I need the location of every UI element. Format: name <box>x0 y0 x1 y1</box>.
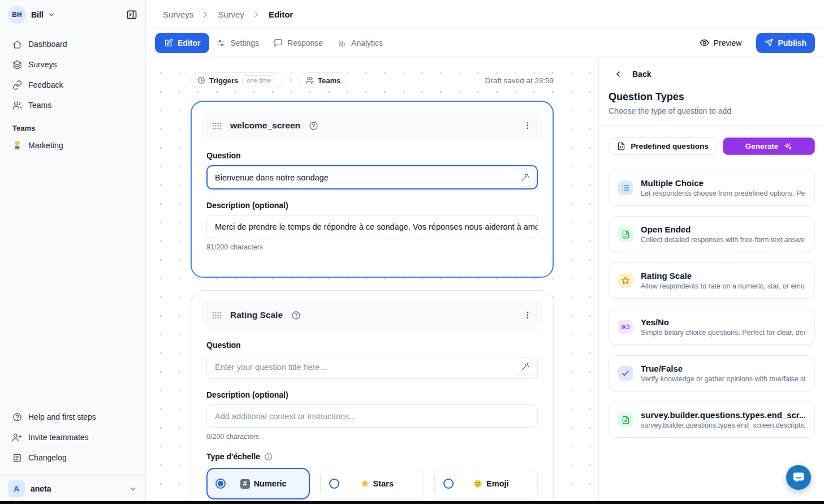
radio-unselected[interactable] <box>443 479 454 489</box>
generate-button[interactable]: Generate <box>723 137 815 155</box>
star-emoji-icon: ★ <box>361 479 369 488</box>
question-type-end-screen[interactable]: survey.builder.questions.types.end_scr..… <box>609 402 815 438</box>
tab-response[interactable]: Response <box>266 33 330 53</box>
sidebar-spacer <box>0 155 145 405</box>
drag-handle-icon[interactable] <box>212 312 222 319</box>
question-type-title: True/False <box>641 364 805 373</box>
question-type-open-ended[interactable]: Open Ended Collect detailed responses wi… <box>609 216 815 252</box>
window-bottom-edge <box>0 501 824 504</box>
teams-chip[interactable]: Teams <box>299 72 347 88</box>
radio-selected[interactable] <box>215 479 226 489</box>
sparkles-icon <box>783 142 792 151</box>
ai-rewrite-button[interactable] <box>516 357 534 376</box>
sidebar-item-label: Invite teammates <box>28 433 89 442</box>
description-input[interactable]: Merci de prendre le temps de répondre à … <box>206 215 538 238</box>
sidebar-item-feedback[interactable]: Feedback <box>7 75 139 94</box>
description-input[interactable]: Add additional context or instructions..… <box>206 404 538 428</box>
question-type-description: Let respondents choose from predefined o… <box>641 189 805 197</box>
scale-option-emoji[interactable]: Emoji <box>434 468 538 499</box>
question-type-title: survey.builder.questions.types.end_scr..… <box>641 410 805 420</box>
draft-status: Draft saved at 23:59 <box>485 76 554 85</box>
workspace-avatar: BH <box>8 6 26 24</box>
back-button[interactable]: Back <box>609 70 815 79</box>
sidebar-item-changelog[interactable]: Changelog <box>7 448 139 467</box>
card-menu-button[interactable] <box>523 311 532 320</box>
account-avatar: A <box>8 480 25 497</box>
question-type-title: Rating Scale <box>641 271 805 281</box>
sidebar-item-help[interactable]: Help and first steps <box>7 407 139 427</box>
info-icon[interactable] <box>264 453 273 461</box>
bar-chart-icon <box>338 38 347 48</box>
changelog-icon <box>12 453 22 463</box>
panel-toggle-icon <box>126 9 137 20</box>
drag-handle-icon[interactable] <box>212 122 222 130</box>
help-circle-icon[interactable] <box>309 121 318 131</box>
triggers-chip[interactable]: Triggers one-time <box>191 72 282 88</box>
check-icon <box>618 366 633 381</box>
scale-option-numeric[interactable]: # Numeric <box>206 468 310 499</box>
sidebar-item-teams[interactable]: Teams <box>7 96 139 115</box>
question-title-input[interactable]: Bienvenue dans notre sondage <box>206 165 538 189</box>
question-card-header[interactable]: Rating Scale <box>201 301 543 329</box>
question-type-description: Allow respondents to rate on a numeric, … <box>641 282 805 290</box>
tab-editor[interactable]: Editor <box>155 33 209 53</box>
sidebar-item-invite[interactable]: Invite teammates <box>7 428 139 447</box>
description-label: Description (optional) <box>206 201 538 210</box>
question-card-welcome-screen[interactable]: welcome_screen Question <box>191 101 554 278</box>
panel-subtitle: Choose the type of question to add <box>609 106 815 115</box>
chevron-right-icon <box>287 76 295 84</box>
question-card-header[interactable]: welcome_screen <box>201 111 543 140</box>
tab-analytics[interactable]: Analytics <box>330 33 390 53</box>
publish-label: Publish <box>778 38 806 48</box>
sidebar-section-teams-title: Teams <box>0 115 145 136</box>
sidebar-item-surveys[interactable]: Surveys <box>7 55 139 74</box>
help-circle-icon <box>12 412 22 422</box>
sidebar-item-team-marketing[interactable]: Marketing <box>7 136 139 155</box>
publish-button[interactable]: Publish <box>756 33 815 53</box>
sidebar: BH Bill Dashboard Surv <box>0 0 146 504</box>
question-type-true-false[interactable]: True/False Verify knowledge or gather op… <box>609 355 815 391</box>
question-card-rating-scale[interactable]: Rating Scale Question <box>191 290 554 504</box>
account-name: aneta <box>31 484 51 493</box>
scale-option-stars[interactable]: ★ Stars <box>320 468 424 499</box>
tab-label: Response <box>287 38 323 48</box>
help-circle-icon[interactable] <box>291 311 301 320</box>
workspace-switcher[interactable]: BH Bill <box>0 0 145 29</box>
tab-settings[interactable]: Settings <box>209 33 266 53</box>
breadcrumb-editor: Editor <box>269 10 293 19</box>
clock-icon <box>197 76 205 84</box>
scale-type-label: Type d'échelle <box>206 452 538 461</box>
card-menu-button[interactable] <box>523 121 532 130</box>
breadcrumb-survey[interactable]: Survey <box>218 10 244 19</box>
account-menu[interactable]: A aneta <box>0 474 145 504</box>
editor-canvas: Triggers one-time Teams Draft sav <box>146 57 598 504</box>
chevron-down-icon <box>48 11 55 19</box>
sidebar-collapse-button[interactable] <box>126 9 137 20</box>
question-title-input[interactable]: Enter your question title here... <box>206 355 538 379</box>
question-type-yes-no[interactable]: Yes/No Simple binary choice questions. P… <box>609 309 815 345</box>
preview-button[interactable]: Preview <box>700 38 742 48</box>
question-type-multiple-choice[interactable]: Multiple Choice Let respondents choose f… <box>609 170 815 206</box>
predefined-questions-label: Predefined questions <box>631 142 708 150</box>
preview-label: Preview <box>714 38 742 48</box>
pencil-square-icon <box>164 38 173 48</box>
question-title-placeholder: Enter your question title here... <box>215 363 326 372</box>
tab-label: Editor <box>178 38 200 48</box>
question-type-rating-scale[interactable]: Rating Scale Allow respondents to rate o… <box>609 262 815 299</box>
description-label: Description (optional) <box>206 390 538 399</box>
radio-unselected[interactable] <box>329 479 339 489</box>
chat-widget-button[interactable] <box>786 465 811 490</box>
predefined-questions-button[interactable]: Predefined questions <box>609 137 717 155</box>
description-placeholder: Add additional context or instructions..… <box>215 412 356 421</box>
message-icon <box>274 38 283 48</box>
workspace-name: Bill <box>31 10 44 19</box>
sidebar-item-dashboard[interactable]: Dashboard <box>7 35 139 54</box>
char-count: 0/200 characters <box>206 433 538 441</box>
app-root: BH Bill Dashboard Surv <box>0 0 824 504</box>
smiley-emoji-icon <box>473 479 482 488</box>
home-icon <box>12 40 22 49</box>
ai-rewrite-button[interactable] <box>516 168 534 187</box>
tab-bar: Editor Settings Response Analytics <box>146 29 824 57</box>
toggle-icon <box>618 320 633 334</box>
breadcrumb-surveys[interactable]: Surveys <box>163 10 193 19</box>
